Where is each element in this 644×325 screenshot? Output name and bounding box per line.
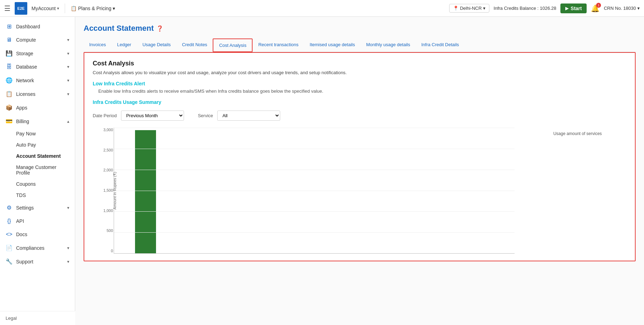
sidebar: ⊞ Dashboard 🖥 Compute ▾ 💾 Storage ▾ 🗄 Da… [0,17,75,325]
y-tick: 3,000 [103,128,113,132]
y-tick: 2,500 [103,148,113,152]
plans-icon: 📋 [71,6,77,11]
bar-compute [135,130,156,253]
chevron-down-icon: ▾ [67,246,69,250]
tab-cost-analysis[interactable]: Cost Analysis [213,38,253,52]
y-tick: 2,000 [103,168,113,172]
start-label: Start [571,6,582,11]
tab-ledger[interactable]: Ledger [112,38,137,52]
account-chevron-icon: ▾ [57,6,59,11]
sidebar-item-label: Storage [16,51,64,56]
chart-inner: 3,000 2,500 2,000 1,500 1,000 500 0 [114,128,515,254]
top-navigation: ☰ E2E MyAccount ▾ 📋 Plans & Pricing ▾ 📍 … [0,0,644,17]
y-tick: 0 [111,249,113,253]
sidebar-item-database[interactable]: 🗄 Database ▾ [0,60,75,73]
plans-label: Plans & Pricing [78,6,111,11]
tab-infra-credit-details[interactable]: Infra Credit Details [416,38,465,52]
docs-icon: <> [6,231,13,238]
sidebar-item-label: Support [16,259,64,264]
settings-icon: ⚙ [6,204,13,211]
low-infra-credits-alert-title[interactable]: Low Infra Credits Alert [93,81,627,86]
tab-recent-transactions[interactable]: Recent transactions [253,38,304,52]
tab-credit-notes[interactable]: Credit Notes [176,38,213,52]
sidebar-item-storage[interactable]: 💾 Storage ▾ [0,47,75,60]
tab-monthly-usage-details[interactable]: Monthly usage details [361,38,416,52]
main-layout: ⊞ Dashboard 🖥 Compute ▾ 💾 Storage ▾ 🗄 Da… [0,17,644,325]
sidebar-sub-auto-pay[interactable]: Auto Pay [0,139,75,150]
licenses-icon: 📋 [6,91,13,97]
cost-analysis-description: Cost Analysis allows you to visualize yo… [93,70,627,75]
chevron-down-icon: ▾ [67,37,69,42]
chevron-down-icon: ▾ [67,78,69,83]
sidebar-item-label: Dashboard [16,24,69,29]
page-title: Account Statement [84,24,154,33]
region-label: Delhi-NCR [460,6,482,11]
tab-invoices[interactable]: Invoices [84,38,112,52]
nav-divider [65,3,65,13]
cost-analysis-panel: Cost Analysis Cost Analysis allows you t… [84,52,636,261]
filter-row: Date Period Previous Month Current Month… [93,111,627,121]
crn-menu[interactable]: CRN No. 18030 ▾ [604,6,640,11]
sidebar-item-dashboard[interactable]: ⊞ Dashboard [0,20,75,33]
my-account-menu[interactable]: MyAccount ▾ [31,6,59,11]
sidebar-item-label: API [16,218,69,224]
sidebar-sub-coupons[interactable]: Coupons [0,178,75,190]
hamburger-menu-icon[interactable]: ☰ [4,4,10,13]
date-period-label: Date Period [93,113,117,118]
service-select[interactable]: All Compute Storage Database Network [217,111,280,121]
start-button[interactable]: ▶ Start [560,3,587,13]
tabs-bar: Invoices Ledger Usage Details Credit Not… [84,38,636,52]
sidebar-item-label: Apps [16,105,69,111]
y-tick: 1,000 [103,209,113,213]
y-axis-ticks: 3,000 2,500 2,000 1,500 1,000 500 0 [95,128,113,254]
region-chevron-icon: ▾ [483,6,486,11]
sidebar-item-label: Billing [16,119,64,124]
cost-analysis-title: Cost Analysis [93,60,627,67]
service-label: Service [198,113,213,118]
sidebar-item-network[interactable]: 🌐 Network ▾ [0,73,75,87]
chevron-up-icon: ▴ [67,119,69,124]
notifications-bell[interactable]: 🔔 1 [591,4,600,13]
sidebar-item-docs[interactable]: <> Docs [0,228,75,241]
sidebar-item-label: Database [16,64,64,70]
sidebar-sub-manage-customer-profile[interactable]: Manage Customer Profile [0,162,75,178]
legal-link[interactable]: Legal [6,316,17,321]
sidebar-item-api[interactable]: {} API [0,214,75,228]
sidebar-sub-tds[interactable]: TDS [0,190,75,201]
plans-pricing-menu[interactable]: 📋 Plans & Pricing ▾ [71,6,115,11]
sidebar-item-licenses[interactable]: 📋 Licenses ▾ [0,87,75,101]
sidebar-footer: Legal [0,311,75,325]
sidebar-sub-pay-now[interactable]: Pay Now [0,128,75,139]
tab-itemised-usage-details[interactable]: Itemised usage details [304,38,360,52]
y-tick: 500 [107,228,113,233]
page-title-area: Account Statement ❓ [84,24,636,33]
sidebar-sub-account-statement[interactable]: Account Statement [0,150,75,162]
sidebar-item-compute[interactable]: 🖥 Compute ▾ [0,33,75,47]
usage-amount-label: Usage amount of services [529,131,627,136]
database-icon: 🗄 [6,64,13,70]
service-filter: Service All Compute Storage Database Net… [198,111,280,121]
sidebar-item-label: Docs [16,232,69,237]
sidebar-item-label: Network [16,78,64,83]
region-selector[interactable]: 📍 Delhi-NCR ▾ [449,4,489,13]
sidebar-item-label: Compliances [16,245,64,251]
plans-chevron-icon: ▾ [113,6,115,11]
y-axis-label: Amount in Rupees (₹) [113,172,117,210]
main-content: Account Statement ❓ Invoices Ledger Usag… [75,17,644,325]
infra-credits-usage-summary-title[interactable]: Infra Credits Usage Summary [93,99,627,105]
date-period-select[interactable]: Previous Month Current Month Last 3 Mont… [121,111,184,121]
sidebar-item-label: Compute [16,37,64,43]
crn-chevron-icon: ▾ [637,6,640,11]
sidebar-item-settings[interactable]: ⚙ Settings ▾ [0,201,75,214]
sidebar-item-billing[interactable]: 💳 Billing ▴ [0,114,75,128]
infra-credits-balance: Infra Credits Balance : 1026.28 [494,6,556,11]
help-icon[interactable]: ❓ [156,25,163,32]
sidebar-item-support[interactable]: 🔧 Support ▾ [0,255,75,268]
compliances-icon: 📄 [6,245,13,251]
sidebar-item-apps[interactable]: 📦 Apps [0,101,75,114]
storage-icon: 💾 [6,50,13,57]
compute-icon: 🖥 [6,37,13,43]
tab-usage-details[interactable]: Usage Details [137,38,176,52]
sidebar-item-compliances[interactable]: 📄 Compliances ▾ [0,241,75,255]
sidebar-item-label: Licenses [16,91,64,97]
